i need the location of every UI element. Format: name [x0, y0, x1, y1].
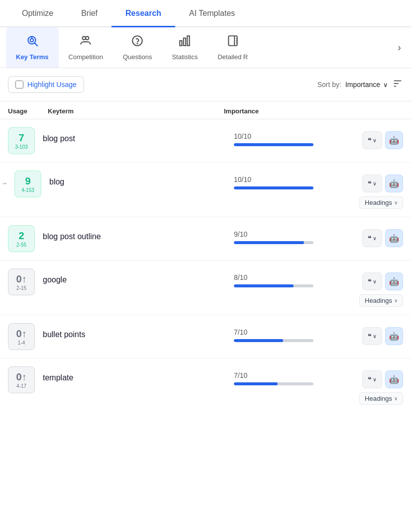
sub-tab-competition[interactable]: Competition	[59, 27, 113, 68]
more-tabs-icon[interactable]: ›	[394, 37, 405, 58]
table-row: 0↑ 1-4 bullet points 7/10 ❝ ∨ 🤖	[0, 315, 411, 358]
quote-button[interactable]: ❝ ∨	[362, 131, 382, 149]
action-buttons: ❝ ∨ 🤖	[362, 229, 403, 247]
table-header: Usage Keyterm Importance	[0, 101, 411, 119]
progress-fill	[234, 186, 313, 189]
ai-button[interactable]: 🤖	[385, 175, 403, 192]
quote-button[interactable]: ❝ ∨	[362, 370, 382, 388]
importance-cell: 10/10	[234, 171, 343, 189]
sub-tabs: Key Terms Competition Questions	[0, 27, 411, 68]
highlight-usage-checkbox-label[interactable]: Highlight Usage	[8, 76, 84, 93]
quote-icon: ❝	[368, 332, 372, 340]
ai-button[interactable]: 🤖	[385, 327, 403, 345]
svg-rect-8	[180, 41, 182, 46]
sub-tab-key-terms-label: Key Terms	[16, 53, 49, 61]
importance-score: 7/10	[234, 328, 343, 336]
headings-label: Headings	[365, 199, 392, 206]
usage-range: 2-55	[16, 242, 26, 248]
sub-tab-questions[interactable]: Questions	[113, 27, 162, 68]
actions-cell: ❝ ∨ 🤖	[343, 225, 403, 247]
keyterm-cell: google	[43, 268, 234, 284]
actions-cell: ❝ ∨ 🤖 Headings ∨	[343, 366, 403, 405]
chevron-down-icon: ∨	[373, 137, 377, 144]
quote-button[interactable]: ❝ ∨	[362, 272, 382, 290]
importance-col-header: Importance	[224, 107, 343, 115]
actions-cell: ❝ ∨ 🤖	[343, 323, 403, 345]
progress-fill	[234, 241, 304, 244]
table-row: 0↑ 4-17 template 7/10 ❝ ∨ 🤖 Headings	[0, 358, 411, 413]
svg-rect-9	[184, 38, 186, 46]
sort-order-icon[interactable]	[392, 78, 403, 91]
quote-button[interactable]: ❝ ∨	[362, 175, 382, 192]
headings-button[interactable]: Headings ∨	[359, 196, 403, 209]
importance-cell: 10/10	[234, 127, 343, 146]
importance-score: 10/10	[234, 176, 343, 183]
sub-tab-detailed[interactable]: Detailed R	[207, 27, 258, 68]
progress-bar	[234, 241, 313, 244]
action-buttons: ❝ ∨ 🤖	[362, 175, 403, 192]
quote-button[interactable]: ❝ ∨	[362, 229, 382, 247]
sub-tab-statistics[interactable]: Statistics	[162, 27, 207, 68]
progress-fill	[234, 143, 313, 146]
usage-range: 4-153	[21, 187, 34, 193]
chevron-down-icon: ∨	[373, 278, 377, 285]
progress-fill	[234, 382, 278, 385]
key-terms-icon	[26, 34, 39, 50]
svg-line-1	[35, 43, 38, 46]
action-buttons: ❝ ∨ 🤖	[362, 327, 403, 345]
highlight-usage-checkbox[interactable]	[15, 81, 23, 89]
headings-button[interactable]: Headings ∨	[359, 392, 403, 405]
usage-badge: 0↑ 1-4	[8, 323, 35, 350]
ai-button[interactable]: 🤖	[385, 272, 403, 290]
headings-chevron-icon: ∨	[394, 298, 398, 303]
keyterm-cell: blog post outline	[43, 225, 234, 241]
headings-button[interactable]: Headings ∨	[359, 294, 403, 307]
usage-col-header: Usage	[8, 107, 48, 115]
ai-icon: 🤖	[389, 179, 399, 188]
highlight-usage-label: Highlight Usage	[27, 81, 77, 89]
ai-icon: 🤖	[389, 375, 399, 384]
sort-by-label: Sort by:	[317, 81, 341, 89]
usage-badge: 9 4-153	[14, 171, 41, 197]
ai-button[interactable]: 🤖	[385, 370, 403, 388]
progress-bar	[234, 339, 313, 342]
usage-range: 3-103	[15, 144, 28, 150]
quote-button[interactable]: ❝ ∨	[362, 327, 382, 345]
usage-range: 4-17	[16, 383, 26, 389]
action-buttons: ❝ ∨ 🤖	[362, 272, 403, 290]
progress-bar	[234, 382, 313, 385]
ai-button[interactable]: 🤖	[385, 229, 403, 247]
row-left: 0↑ 4-17	[8, 366, 43, 393]
ai-button[interactable]: 🤖	[385, 131, 403, 149]
progress-fill	[234, 284, 294, 287]
actions-cell: ❝ ∨ 🤖 Headings ∨	[343, 171, 403, 209]
headings-chevron-icon: ∨	[394, 396, 398, 401]
usage-badge: 2 2-55	[8, 225, 35, 252]
action-buttons: ❝ ∨ 🤖	[362, 131, 403, 149]
tab-research[interactable]: Research	[111, 0, 175, 27]
questions-icon	[131, 34, 144, 50]
quote-icon: ❝	[368, 234, 372, 242]
sub-tab-detailed-label: Detailed R	[217, 53, 248, 61]
sort-section: Sort by: Importance ∨	[317, 78, 403, 91]
ai-icon: 🤖	[389, 332, 399, 341]
table-row: → 9 4-153 blog 10/10 ❝ ∨ 🤖	[0, 163, 411, 217]
tab-optimize[interactable]: Optimize	[8, 0, 67, 27]
row-left: 0↑ 2-15	[8, 268, 43, 295]
sort-value: Importance	[345, 81, 380, 89]
progress-fill	[234, 339, 283, 342]
tab-brief[interactable]: Brief	[67, 0, 111, 27]
keyterm-cell: template	[43, 366, 234, 382]
detailed-icon	[226, 34, 239, 50]
sub-tab-key-terms[interactable]: Key Terms	[6, 27, 59, 68]
sort-select-button[interactable]: Importance ∨	[345, 81, 388, 89]
row-left: → 9 4-153	[8, 171, 49, 197]
table-row: 2 2-55 blog post outline 9/10 ❝ ∨ 🤖	[0, 217, 411, 261]
usage-range: 2-15	[16, 285, 26, 291]
chevron-down-icon: ∨	[373, 376, 377, 383]
filter-bar: Highlight Usage Sort by: Importance ∨	[0, 68, 411, 101]
tab-ai-templates[interactable]: AI Templates	[175, 0, 249, 27]
progress-bar	[234, 186, 313, 189]
usage-badge: 7 3-103	[8, 127, 35, 154]
ai-icon: 🤖	[389, 277, 399, 286]
